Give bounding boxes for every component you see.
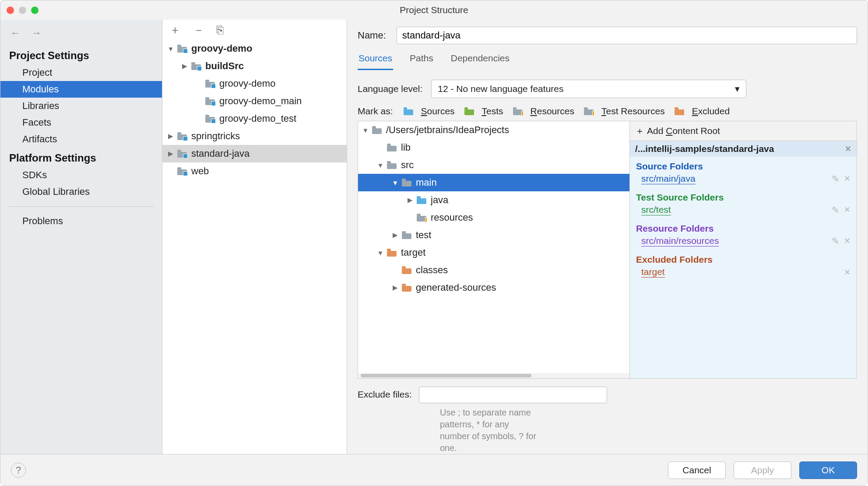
edit-icon[interactable] bbox=[832, 236, 840, 247]
tree-twist-icon[interactable]: ▶ bbox=[391, 284, 399, 292]
edit-icon[interactable] bbox=[832, 205, 840, 215]
folder-label: classes bbox=[416, 264, 626, 276]
module-details: Name: SourcesPathsDependencies Language … bbox=[347, 20, 868, 454]
module-tree-row[interactable]: groovy-demo bbox=[162, 75, 347, 92]
exclude-files-hint: Use ; to separate name patterns, * for a… bbox=[347, 403, 548, 454]
source-tree-row[interactable]: ▼/Users/jetbrains/IdeaProjects bbox=[358, 121, 629, 139]
module-tree-row[interactable]: groovy-demo_test bbox=[162, 110, 347, 127]
tree-twist-icon[interactable]: ▼ bbox=[362, 127, 369, 134]
nav-forward-icon[interactable]: → bbox=[31, 27, 42, 39]
content-root-entry[interactable]: /...intellij-samples/standard-java ✕ bbox=[630, 141, 857, 157]
tree-twist-icon[interactable]: ▶ bbox=[167, 132, 175, 140]
sidebar-item-facets[interactable]: Facets bbox=[0, 114, 162, 131]
module-label: groovy-demo_test bbox=[219, 113, 343, 124]
sidebar-item-project[interactable]: Project bbox=[0, 64, 162, 81]
tab-dependencies[interactable]: Dependencies bbox=[450, 49, 510, 70]
language-level-select[interactable]: 12 - No new language features ▾ bbox=[431, 80, 746, 98]
sidebar-item-libraries[interactable]: Libraries bbox=[0, 98, 162, 114]
module-tree[interactable]: ▼groovy-demo▶buildSrcgroovy-demogroovy-d… bbox=[162, 40, 347, 454]
source-tree-row[interactable]: ▼src bbox=[358, 156, 629, 174]
language-level-label: Language level: bbox=[358, 84, 422, 94]
section-folder-row[interactable]: src/main/java✕ bbox=[630, 173, 857, 188]
tree-twist-icon[interactable]: ▼ bbox=[391, 179, 399, 187]
module-tree-row[interactable]: ▶springtricks bbox=[162, 127, 347, 145]
remove-icon[interactable]: ✕ bbox=[844, 236, 850, 247]
add-module-icon[interactable]: ＋ bbox=[169, 24, 181, 35]
source-tree[interactable]: ▼/Users/jetbrains/IdeaProjectslib▼src▼ma… bbox=[358, 121, 629, 373]
module-name-input[interactable] bbox=[397, 27, 857, 44]
source-tree-row[interactable]: lib bbox=[358, 139, 629, 156]
section-folder-row[interactable]: target✕ bbox=[630, 266, 857, 281]
sidebar-item-global-libraries[interactable]: Global Libraries bbox=[0, 183, 162, 200]
source-tree-row[interactable]: classes bbox=[358, 261, 629, 279]
mark-resources[interactable]: Resources bbox=[513, 106, 574, 116]
section-title: Resource Folders bbox=[630, 219, 857, 235]
mark-excluded[interactable]: Excluded bbox=[675, 106, 730, 116]
folder-label: src bbox=[401, 159, 626, 171]
section-title: Source Folders bbox=[630, 157, 857, 173]
source-tree-row[interactable]: ▶java bbox=[358, 191, 629, 209]
apply-button[interactable]: Apply bbox=[734, 461, 791, 479]
module-tree-row[interactable]: ▼groovy-demo bbox=[162, 40, 347, 57]
remove-module-icon[interactable]: － bbox=[193, 24, 204, 35]
cancel-button[interactable]: Cancel bbox=[668, 461, 726, 479]
sidebar-item-problems[interactable]: Problems bbox=[0, 213, 162, 229]
source-tree-row[interactable]: resources bbox=[358, 209, 629, 226]
sidebar-item-sdks[interactable]: SDKs bbox=[0, 167, 162, 183]
module-tree-row[interactable]: ▶standard-java bbox=[162, 145, 347, 162]
mark-test-resources[interactable]: Test Resources bbox=[584, 106, 665, 116]
tree-twist-icon[interactable]: ▶ bbox=[391, 231, 399, 239]
remove-icon[interactable]: ✕ bbox=[844, 268, 850, 277]
help-icon[interactable]: ? bbox=[11, 463, 26, 478]
section-title: Excluded Folders bbox=[630, 250, 857, 266]
sidebar-divider bbox=[8, 206, 154, 207]
tree-twist-icon[interactable]: ▼ bbox=[376, 162, 384, 169]
remove-content-root-icon[interactable]: ✕ bbox=[845, 144, 851, 154]
module-label: groovy-demo_main bbox=[219, 95, 343, 107]
remove-icon[interactable]: ✕ bbox=[844, 205, 850, 215]
source-tree-row[interactable]: ▼main bbox=[358, 174, 629, 191]
mark-as-label: Mark as: bbox=[358, 106, 393, 116]
tree-twist-icon[interactable]: ▼ bbox=[376, 249, 384, 257]
source-tree-row[interactable]: ▼target bbox=[358, 244, 629, 261]
tree-twist-icon[interactable]: ▶ bbox=[167, 150, 175, 158]
name-label: Name: bbox=[358, 30, 386, 41]
folder-label: resources bbox=[431, 212, 626, 223]
module-label: buildSrc bbox=[205, 60, 343, 72]
section-folder-row[interactable]: src/main/resources✕ bbox=[630, 235, 857, 250]
section-folder-row[interactable]: src/test✕ bbox=[630, 204, 857, 219]
mark-sources[interactable]: Sources bbox=[404, 106, 455, 116]
sidebar-item-modules[interactable]: Modules bbox=[0, 81, 162, 98]
tab-paths[interactable]: Paths bbox=[409, 49, 434, 70]
exclude-files-label: Exclude files: bbox=[358, 387, 412, 400]
folder-label: generated-sources bbox=[416, 282, 626, 293]
nav-back-icon[interactable]: ← bbox=[10, 27, 21, 39]
tree-twist-icon[interactable]: ▶ bbox=[406, 196, 414, 204]
horizontal-scrollbar[interactable] bbox=[358, 373, 629, 378]
module-tree-row[interactable]: ▶buildSrc bbox=[162, 57, 347, 75]
mark-tests[interactable]: Tests bbox=[464, 106, 503, 116]
section-title: Test Source Folders bbox=[630, 188, 857, 204]
module-tree-row[interactable]: groovy-demo_main bbox=[162, 92, 347, 110]
copy-module-icon[interactable]: ⎘ bbox=[217, 24, 224, 35]
content-root-panel: ＋ Add Content Root /...intellij-samples/… bbox=[629, 121, 857, 379]
add-content-root-icon[interactable]: ＋ bbox=[635, 125, 644, 137]
tree-twist-icon[interactable]: ▶ bbox=[181, 62, 189, 70]
sidebar-group-platform: Platform Settings bbox=[0, 148, 162, 167]
exclude-files-input[interactable] bbox=[419, 387, 607, 403]
sidebar-item-artifacts[interactable]: Artifacts bbox=[0, 131, 162, 148]
titlebar: Project Structure bbox=[0, 0, 868, 20]
remove-icon[interactable]: ✕ bbox=[844, 174, 850, 184]
source-tree-row[interactable]: ▶generated-sources bbox=[358, 279, 629, 296]
module-tree-row[interactable]: web bbox=[162, 162, 347, 180]
edit-icon[interactable] bbox=[832, 174, 840, 184]
module-label: standard-java bbox=[191, 148, 343, 159]
source-tree-row[interactable]: ▶test bbox=[358, 226, 629, 244]
ok-button[interactable]: OK bbox=[799, 461, 857, 479]
settings-sidebar: ← → Project Settings ProjectModulesLibra… bbox=[0, 20, 162, 454]
module-label: groovy-demo bbox=[191, 43, 343, 54]
folder-label: lib bbox=[401, 142, 626, 153]
add-content-root-label[interactable]: Add Content Root bbox=[647, 126, 720, 136]
tree-twist-icon[interactable]: ▼ bbox=[167, 45, 175, 53]
tab-sources[interactable]: Sources bbox=[358, 49, 393, 70]
